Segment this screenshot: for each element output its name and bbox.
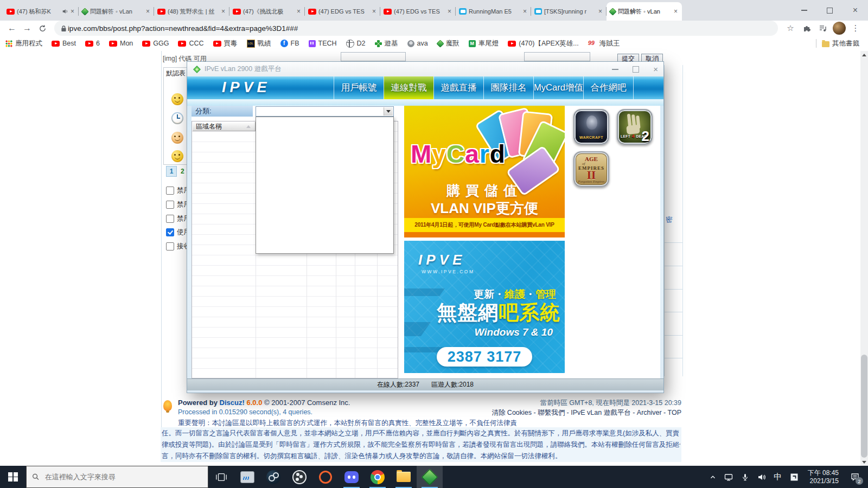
form-input-fragment[interactable]	[341, 52, 406, 61]
checkbox[interactable]	[166, 187, 174, 195]
tab-close-icon[interactable]: ×	[597, 8, 603, 15]
browser-tab[interactable]: (47) EDG vs TES ×	[305, 2, 380, 21]
app-nav-tab[interactable]: 連線對戰	[384, 76, 433, 99]
scroll-down-icon[interactable]	[860, 458, 868, 466]
smiley-grin-icon[interactable]	[171, 93, 183, 105]
app-close-button[interactable]: ×	[653, 65, 658, 73]
ime-mode-icon[interactable]	[787, 466, 801, 488]
bookmark-item[interactable]: Mon	[109, 40, 133, 47]
browser-tab[interactable]: 問題解答 ◦ vLan ×	[79, 2, 154, 21]
app-nav-tab[interactable]: MyCard增值	[533, 76, 583, 99]
search-input[interactable]	[44, 472, 202, 481]
discuz-link[interactable]: Discuz!	[220, 399, 245, 407]
microphone-tray-icon[interactable]	[738, 466, 752, 488]
bookmark-item[interactable]: Best	[52, 40, 76, 47]
browser-tab[interactable]: (47) EDG vs TES ×	[380, 2, 456, 21]
page-scrollbar[interactable]	[860, 51, 868, 466]
category-combobox[interactable]	[256, 106, 394, 117]
smiley-smile-icon[interactable]	[171, 150, 183, 162]
taskbar-app-sysmon[interactable]	[234, 466, 260, 488]
app-maximize-button[interactable]	[633, 66, 639, 73]
smiley-blush-icon[interactable]	[171, 132, 183, 144]
app-nav-tab[interactable]: 遊戲直播	[433, 76, 483, 99]
tab-close-icon[interactable]: ×	[220, 8, 226, 15]
tab-close-icon[interactable]: ×	[145, 8, 151, 15]
scrollbar-thumb[interactable]	[861, 355, 867, 458]
bookmark-item[interactable]: 應用程式	[5, 39, 42, 48]
checkbox[interactable]	[166, 201, 174, 209]
profile-avatar[interactable]	[831, 21, 847, 36]
extensions-puzzle-icon[interactable]	[799, 21, 815, 36]
taskbar-app-explorer[interactable]	[391, 466, 417, 488]
action-center-button[interactable]: 2	[845, 466, 865, 488]
tab-close-icon[interactable]: ×	[673, 8, 679, 15]
scroll-up-icon[interactable]	[860, 51, 868, 59]
browser-maximize-button[interactable]	[817, 0, 843, 21]
browser-tab[interactable]: (47)《挑战北极 ×	[229, 2, 305, 21]
combobox-arrow-icon[interactable]	[384, 107, 393, 115]
browser-tab[interactable]: (48) 荒野求生 | 丝 ×	[154, 2, 229, 21]
bookmark-item[interactable]: 6	[85, 40, 100, 47]
tray-expand-button[interactable]	[706, 466, 720, 488]
other-bookmarks-folder[interactable]: 其他書籤	[822, 39, 859, 48]
category-dropdown-panel[interactable]	[256, 117, 394, 254]
app-nav-tab[interactable]: 用戶帳號	[334, 76, 384, 99]
bookmark-item[interactable]: 車尾燈	[469, 39, 499, 48]
app-minimize-button[interactable]	[612, 69, 618, 70]
bookmark-item[interactable]: D2	[346, 40, 366, 48]
browser-minimize-button[interactable]	[792, 0, 817, 21]
ipve-ad-banner[interactable]: IPVE WWW.IPVE.COM 更新・維護・管理 無盤網吧系統 Window…	[404, 241, 565, 373]
tab-close-icon[interactable]: ×	[522, 8, 528, 15]
bookmark-item[interactable]: (470)【APEX英雄...	[508, 39, 578, 48]
bookmark-item[interactable]: CCC	[178, 40, 203, 47]
bookmark-item[interactable]: 買毒	[213, 39, 238, 48]
url-input[interactable]	[67, 24, 771, 33]
bookmark-item[interactable]: 海賊王	[588, 39, 620, 48]
app-nav-tab[interactable]: 團隊排名	[483, 76, 533, 99]
browser-tab[interactable]: [TSKS]running r ×	[531, 2, 607, 21]
tab-close-icon[interactable]: ×	[69, 8, 75, 15]
bookmark-item[interactable]: ava	[407, 40, 428, 47]
tab-audio-icon[interactable]	[62, 8, 68, 15]
taskbar-app-vlan[interactable]	[417, 466, 443, 488]
network-tray-icon[interactable]	[722, 466, 736, 488]
reload-button[interactable]	[35, 21, 50, 36]
option-checkbox-row[interactable]: 禁用	[166, 215, 188, 223]
tab-close-icon[interactable]: ×	[446, 8, 452, 15]
browser-tab[interactable]: RunningMan E5 ×	[456, 2, 531, 21]
browser-close-button[interactable]: ×	[843, 0, 868, 21]
taskbar-search-box[interactable]	[26, 466, 208, 488]
taskbar-app-origin[interactable]	[312, 466, 339, 488]
smiley-clock-icon[interactable]	[171, 112, 183, 124]
mycard-ad-banner[interactable]: 400. 50. MyCard 購買儲值 VLAN VIP更方便 2011年4月…	[404, 106, 565, 237]
checkbox[interactable]	[166, 228, 174, 236]
region-list-header[interactable]: 區域名稱	[193, 122, 256, 131]
option-checkbox-row[interactable]: 接收	[166, 242, 188, 251]
bookmark-item[interactable]: FB	[280, 40, 299, 47]
footer-links[interactable]: 清除 Cookies - 聯繫我們 - IPvE vLan 遊戲平台 - Arc…	[492, 408, 681, 418]
option-checkbox-row[interactable]: 使用	[166, 228, 188, 236]
option-checkbox-row[interactable]: 禁用	[166, 187, 188, 195]
taskbar-app-discord[interactable]	[339, 466, 365, 488]
tab-close-icon[interactable]: ×	[296, 8, 302, 15]
pagination-current[interactable]: 1	[166, 166, 177, 177]
bookmark-item[interactable]: GGG	[142, 40, 169, 47]
bookmark-item[interactable]: 戰績	[247, 39, 271, 48]
ime-language-indicator[interactable]: 中	[771, 466, 785, 488]
browser-tab[interactable]: (47) 杨和苏K ×	[3, 2, 79, 21]
taskbar-app-steam[interactable]	[260, 466, 286, 488]
app-title-bar[interactable]: IPvE vLan 2900 遊戲平台 ×	[187, 62, 663, 77]
start-button[interactable]	[0, 466, 26, 488]
task-view-button[interactable]	[208, 466, 234, 488]
checkbox[interactable]	[166, 242, 174, 251]
warcraft3-game-icon[interactable]: WARCRAFT	[573, 109, 609, 145]
pagination-next[interactable]: 2	[181, 168, 184, 175]
taskbar-app-chrome[interactable]	[365, 466, 391, 488]
playlist-extension-icon[interactable]	[815, 21, 831, 36]
back-button[interactable]: ←	[4, 21, 20, 36]
taskbar-app-obs[interactable]	[286, 466, 312, 488]
app-nav-tab[interactable]: 合作網吧	[583, 76, 634, 99]
chrome-menu-icon[interactable]: ⋮	[847, 21, 864, 36]
bookmark-item[interactable]: TECH	[309, 40, 337, 47]
bookmark-item[interactable]: 遊基	[375, 39, 398, 48]
